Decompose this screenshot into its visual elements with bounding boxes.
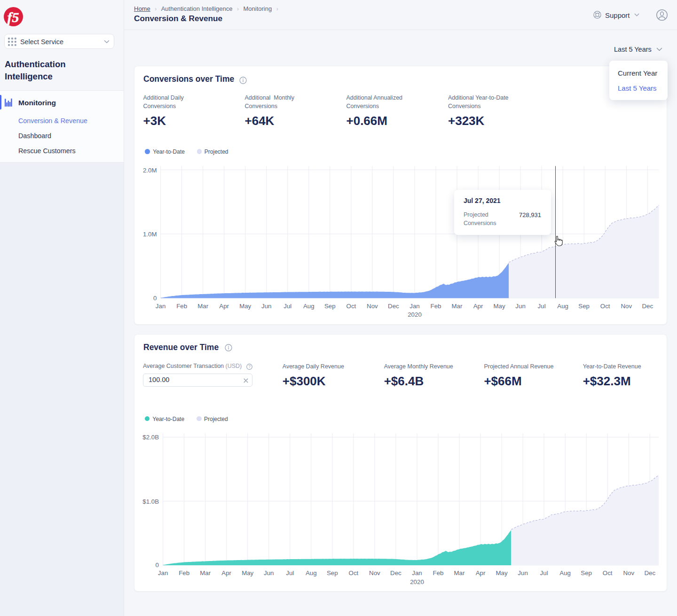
svg-text:Jan: Jan bbox=[158, 569, 168, 577]
svg-text:May: May bbox=[242, 569, 253, 577]
svg-text:Dec: Dec bbox=[388, 303, 399, 310]
svg-text:May: May bbox=[494, 303, 505, 310]
svg-text:Aug: Aug bbox=[306, 569, 317, 577]
svg-text:Jan: Jan bbox=[409, 303, 419, 310]
svg-text:Sep: Sep bbox=[581, 569, 592, 577]
svg-text:1.0M: 1.0M bbox=[143, 231, 157, 238]
svg-text:Feb: Feb bbox=[179, 569, 189, 577]
svg-text:2.0M: 2.0M bbox=[143, 167, 157, 174]
svg-text:Jun: Jun bbox=[518, 569, 527, 577]
svg-text:Nov: Nov bbox=[623, 569, 634, 577]
svg-text:Sep: Sep bbox=[578, 303, 590, 310]
svg-text:2020: 2020 bbox=[408, 311, 422, 318]
svg-text:Aug: Aug bbox=[303, 303, 315, 310]
svg-text:Aug: Aug bbox=[557, 303, 568, 310]
svg-text:0: 0 bbox=[156, 561, 159, 569]
svg-text:Jun: Jun bbox=[264, 569, 274, 577]
svg-text:Mar: Mar bbox=[454, 569, 465, 577]
svg-text:Jul: Jul bbox=[283, 303, 291, 310]
svg-text:Jul: Jul bbox=[286, 569, 294, 577]
svg-text:Sep: Sep bbox=[324, 303, 336, 310]
svg-text:Sep: Sep bbox=[327, 569, 338, 577]
svg-text:Oct: Oct bbox=[600, 303, 610, 310]
svg-text:2020: 2020 bbox=[410, 578, 424, 585]
svg-text:Apr: Apr bbox=[473, 303, 483, 310]
svg-text:Jun: Jun bbox=[261, 303, 271, 310]
svg-text:$1.0B: $1.0B bbox=[142, 498, 159, 505]
svg-text:Nov: Nov bbox=[621, 303, 632, 310]
svg-text:Oct: Oct bbox=[603, 569, 613, 577]
svg-text:Feb: Feb bbox=[176, 303, 187, 310]
svg-text:Oct: Oct bbox=[349, 569, 359, 577]
svg-text:Oct: Oct bbox=[346, 303, 356, 310]
svg-text:Dec: Dec bbox=[642, 303, 653, 310]
svg-text:Dec: Dec bbox=[644, 569, 655, 577]
svg-text:Apr: Apr bbox=[476, 569, 486, 577]
svg-text:May: May bbox=[496, 569, 508, 577]
svg-text:Apr: Apr bbox=[221, 569, 231, 577]
svg-text:Jan: Jan bbox=[156, 303, 165, 310]
svg-text:Jul: Jul bbox=[540, 569, 548, 577]
svg-text:Feb: Feb bbox=[431, 303, 441, 310]
svg-text:Aug: Aug bbox=[559, 569, 571, 577]
svg-text:Jun: Jun bbox=[515, 303, 525, 310]
svg-text:Mar: Mar bbox=[452, 303, 463, 310]
svg-text:Mar: Mar bbox=[197, 303, 208, 310]
svg-text:Mar: Mar bbox=[200, 569, 211, 577]
svg-text:May: May bbox=[239, 303, 251, 310]
svg-text:Apr: Apr bbox=[219, 303, 229, 310]
svg-text:0: 0 bbox=[153, 295, 157, 302]
svg-text:f5: f5 bbox=[8, 9, 19, 25]
svg-text:Nov: Nov bbox=[369, 569, 380, 577]
svg-text:Feb: Feb bbox=[433, 569, 444, 577]
svg-text:Nov: Nov bbox=[367, 303, 378, 310]
svg-text:Dec: Dec bbox=[390, 569, 401, 577]
svg-text:Jul: Jul bbox=[538, 303, 546, 310]
svg-text:Jan: Jan bbox=[412, 569, 422, 577]
svg-text:$2.0B: $2.0B bbox=[142, 434, 159, 441]
